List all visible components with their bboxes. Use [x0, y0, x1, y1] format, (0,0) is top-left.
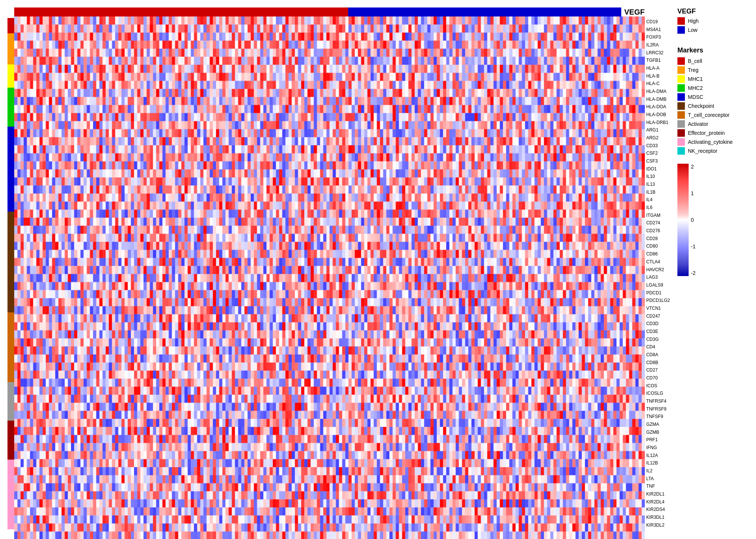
markers-legend-items: B_cellTregMHC1MHC2MDSCCheckpointT_cell_c… [677, 57, 752, 155]
vegf-legend-item: Low [677, 26, 752, 34]
gene-label: HLA-C [646, 80, 670, 88]
gene-label: LAG3 [646, 273, 670, 281]
gene-label: CD28 [646, 235, 670, 243]
color-scale-value: 0 [691, 217, 695, 223]
gene-label: CSF3 [646, 157, 670, 165]
marker-segment [7, 212, 14, 312]
gene-label: HLA-DMA [646, 88, 670, 96]
gene-label: IL4 [646, 196, 670, 204]
vegf-legend-item: High [677, 17, 752, 25]
gene-label: PDCD1 [646, 289, 670, 297]
gene-label: LTA [646, 475, 670, 483]
gene-label: HLA-DOA [646, 103, 670, 111]
gene-label: IL2RA [646, 41, 670, 49]
gene-label: CD274 [646, 219, 670, 227]
marker-segment [7, 460, 14, 529]
gene-label: CD8B [646, 359, 670, 367]
gene-label: ARG2 [646, 134, 670, 142]
marker-legend-item: Activating_cytokine [677, 138, 752, 146]
marker-segment [7, 18, 14, 33]
gene-label: IDO1 [646, 165, 670, 173]
gene-label: TNFRSF9 [646, 405, 670, 413]
gene-label: KIR2DL4 [646, 498, 670, 506]
gene-label: IL12B [646, 459, 670, 467]
color-scale: 210-1-2 [677, 164, 752, 276]
gene-label: TGFB1 [646, 57, 670, 64]
gene-label: GZMA [646, 421, 670, 429]
gene-label: KIR3DL2 [646, 521, 670, 529]
gene-label: FOXP3 [646, 33, 670, 41]
gene-label: LRRC32 [646, 49, 670, 57]
gene-label: CD33 [646, 142, 670, 150]
color-scale-value: -2 [691, 270, 695, 276]
gene-label: HLA-B [646, 72, 670, 80]
legend-section: VEGF HighLow Markers B_cellTregMHC1MHC2M… [670, 7, 752, 532]
gene-label: MS4A1 [646, 26, 670, 34]
gene-label: KIR2DL1 [646, 490, 670, 498]
color-scale-value: 1 [691, 190, 695, 196]
gene-label: IL2 [646, 467, 670, 475]
marker-segment [7, 64, 14, 88]
gene-label: GZMB [646, 429, 670, 436]
gene-label: LGALS9 [646, 281, 670, 289]
vegf-top-label: VEGF [624, 8, 644, 16]
heatmap-section: VEGF CD19MS4A1FOXP3IL2RALRRC32TGFB1HLA-A… [7, 7, 670, 532]
gene-label: CD8A [646, 351, 670, 359]
gene-label: ICOS [646, 382, 670, 390]
marker-legend-item: MHC2 [677, 84, 752, 92]
marker-legend-item: Checkpoint [677, 102, 752, 110]
vegf-legend-title: VEGF [677, 7, 752, 15]
marker-legend-item: Activator [677, 120, 752, 128]
gene-label: CD86 [646, 250, 670, 258]
gene-label: CD80 [646, 242, 670, 250]
gene-label: PRF1 [646, 436, 670, 444]
marker-segment [7, 421, 14, 459]
vegf-bar-canvas [14, 7, 621, 16]
marker-segment [7, 33, 14, 64]
gene-label: CD3D [646, 320, 670, 328]
gene-label: CTLA4 [646, 258, 670, 266]
gene-label: VTCN1 [646, 305, 670, 312]
gene-label: KIR2DS4 [646, 506, 670, 514]
gene-label: IL6 [646, 204, 670, 212]
marker-legend-item: MDSC [677, 93, 752, 101]
gene-label: HLA-DOB [646, 111, 670, 119]
markers-legend-title: Markers [677, 46, 752, 54]
marker-legend-item: Treg [677, 66, 752, 74]
gene-label: ARG1 [646, 126, 670, 134]
gene-label: ITGAM [646, 212, 670, 219]
color-scale-labels: 210-1-2 [689, 164, 695, 276]
gene-label: IL13 [646, 181, 670, 188]
gene-label: HAVCR2 [646, 266, 670, 274]
gene-label: CD276 [646, 227, 670, 235]
gene-label: CD19 [646, 18, 670, 26]
vegf-bar-container: VEGF [14, 7, 645, 16]
gene-label: CD27 [646, 366, 670, 374]
marker-legend-item: Effector_protein [677, 129, 752, 137]
markers-legend: Markers B_cellTregMHC1MHC2MDSCCheckpoint… [677, 43, 752, 156]
marker-legend-item: MHC1 [677, 75, 752, 83]
marker-segment [7, 382, 14, 421]
marker-segment [7, 88, 14, 126]
gene-label: IL1B [646, 188, 670, 196]
vegf-legend: VEGF HighLow [677, 7, 752, 35]
marker-segment [7, 165, 14, 212]
gene-label: CD247 [646, 312, 670, 320]
gene-label: HLA-A [646, 64, 670, 72]
gene-label: TNF [646, 482, 670, 490]
marker-segment [7, 127, 14, 165]
color-scale-canvas [677, 164, 689, 276]
gene-label: IL12A [646, 452, 670, 460]
heatmap-area: VEGF [14, 7, 645, 532]
gene-label: IFNG [646, 444, 670, 452]
gene-label: ICOSLG [646, 390, 670, 397]
marker-segment [7, 312, 14, 382]
gene-labels: CD19MS4A1FOXP3IL2RALRRC32TGFB1HLA-AHLA-B… [646, 7, 670, 528]
marker-legend-item: T_cell_coreceptor [677, 111, 752, 119]
gene-label: TNFRSF4 [646, 397, 670, 405]
color-scale-value: -1 [691, 243, 695, 249]
gene-label: CD3E [646, 328, 670, 336]
gene-label: CD4 [646, 343, 670, 351]
heatmap-canvas [14, 16, 645, 539]
gene-label: TNFSF9 [646, 413, 670, 421]
